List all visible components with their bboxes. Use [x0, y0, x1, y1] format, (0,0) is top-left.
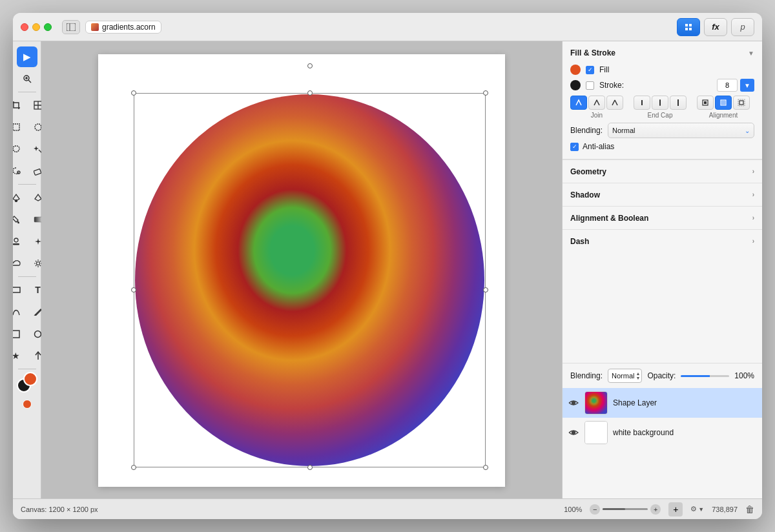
handle-rotate[interactable] — [307, 63, 313, 68]
zoom-slider[interactable] — [603, 508, 648, 510]
align-center-button[interactable] — [715, 96, 732, 110]
minimize-button[interactable] — [32, 23, 40, 31]
right-panel: Fill & Stroke ▼ Fill Stroke: — [562, 41, 762, 498]
svg-line-24 — [39, 265, 40, 266]
file-tab[interactable]: gradients.acorn — [85, 21, 161, 34]
stroke-color-dot[interactable] — [570, 80, 581, 90]
fx-button[interactable]: fx — [704, 18, 727, 36]
add-layer-button[interactable]: + — [668, 502, 683, 517]
layer-visibility-toggle-bg[interactable] — [568, 427, 579, 438]
swap-colors-button[interactable] — [13, 394, 16, 414]
geometry-title: Geometry — [570, 167, 606, 176]
rect-select-button[interactable] — [13, 117, 26, 138]
align-outside-button[interactable] — [733, 96, 750, 110]
maximize-button[interactable] — [44, 23, 52, 31]
opacity-label: Opacity: — [647, 371, 676, 380]
layer-visibility-toggle-shape[interactable] — [568, 397, 579, 409]
stroke-arrow-button[interactable]: ▼ — [740, 79, 754, 92]
p-button[interactable]: p — [731, 18, 754, 36]
zoom-in-button[interactable]: + — [650, 504, 661, 515]
square-button[interactable] — [13, 323, 26, 344]
svg-point-16 — [14, 238, 18, 242]
handle-bottom-center[interactable] — [307, 465, 313, 470]
geometry-section-header[interactable]: Geometry › — [563, 159, 762, 183]
layer-thumb-gradient-image — [585, 392, 607, 414]
blending-select[interactable]: Normal ⌄ — [608, 123, 754, 138]
sidebar-toggle-button[interactable] — [62, 20, 80, 34]
handle-middle-right[interactable] — [483, 287, 488, 292]
main-content: ▶ — [13, 41, 762, 498]
fill-checkbox[interactable] — [586, 66, 594, 74]
alignment-boolean-header[interactable]: Alignment & Boolean › — [563, 206, 762, 229]
handle-bottom-right[interactable] — [483, 465, 488, 470]
handle-top-center[interactable] — [307, 90, 313, 96]
antialias-checkbox[interactable] — [570, 143, 579, 151]
endcap-round-button[interactable] — [652, 96, 668, 110]
stroke-checkbox[interactable] — [586, 81, 594, 90]
lasso-tool-button[interactable] — [13, 139, 26, 159]
endcap-square-button[interactable] — [670, 96, 687, 110]
file-icon — [91, 23, 99, 31]
alignment-buttons — [697, 96, 750, 110]
fill-stroke-chevron: ▼ — [748, 50, 754, 57]
fill-stroke-header[interactable]: Fill & Stroke ▼ — [563, 41, 762, 65]
delete-layer-button[interactable]: 🗑 — [745, 504, 754, 515]
endcap-label: End Cap — [634, 112, 687, 119]
bottom-blending-select[interactable]: Normal ▲▼ — [608, 369, 642, 383]
endcap-butt-button[interactable] — [634, 96, 650, 110]
tool-divider-2 — [18, 184, 36, 185]
join-bevel-button[interactable] — [606, 96, 623, 110]
svg-point-14 — [15, 200, 17, 202]
svg-rect-13 — [34, 169, 41, 176]
fill-color-dot[interactable] — [570, 65, 581, 75]
handle-top-left[interactable] — [131, 90, 136, 96]
pen-point-button[interactable] — [13, 187, 26, 208]
app-window: gradients.acorn fx p ▶ — [13, 13, 762, 519]
align-inside-button[interactable] — [697, 96, 714, 110]
magic-lasso-button[interactable] — [13, 161, 26, 181]
fill-stroke-section: Fill & Stroke ▼ Fill Stroke: — [563, 41, 762, 159]
join-miter-button[interactable] — [570, 96, 587, 110]
layer-item-bg[interactable]: white background — [563, 418, 762, 447]
endcap-group: End Cap — [634, 96, 687, 119]
cloud-button[interactable] — [13, 253, 26, 274]
svg-point-45 — [572, 431, 575, 435]
zoom-out-button[interactable]: − — [590, 504, 600, 515]
gear-menu-button[interactable]: ⚙ ▼ — [690, 505, 704, 513]
gradient-circle[interactable] — [135, 94, 484, 466]
blending-value: Normal — [612, 127, 635, 134]
stroke-value-input[interactable] — [717, 79, 738, 92]
alignment-boolean-chevron-icon: › — [752, 214, 754, 221]
blending-label: Blending: — [570, 126, 603, 135]
tools-panel-button[interactable] — [677, 18, 700, 36]
bottom-blending-value: Normal — [612, 372, 634, 380]
fill-row: Fill — [570, 65, 754, 75]
select-tool-button[interactable]: ▶ — [17, 46, 37, 67]
canvas-area[interactable] — [41, 41, 562, 498]
reset-colors-button[interactable] — [17, 394, 37, 414]
join-label: Join — [570, 112, 623, 119]
rect-shape-button[interactable] — [13, 280, 26, 300]
foreground-color-swatch[interactable] — [23, 372, 37, 386]
zoom-tool-button[interactable] — [17, 68, 37, 89]
paint-bucket-button[interactable] — [13, 209, 26, 230]
svg-line-25 — [39, 261, 40, 261]
join-buttons — [570, 96, 623, 110]
color-swatches[interactable] — [17, 372, 37, 393]
bezier-button[interactable] — [13, 302, 26, 322]
handle-middle-left[interactable] — [131, 287, 136, 292]
handle-top-right[interactable] — [483, 90, 488, 96]
close-button[interactable] — [21, 23, 28, 31]
star-button[interactable]: ★ — [13, 345, 26, 366]
stamp-button[interactable] — [13, 231, 26, 252]
layer-item-shape[interactable]: Shape Layer — [563, 388, 762, 418]
dash-section-header[interactable]: Dash › — [563, 229, 762, 252]
svg-rect-39 — [704, 101, 707, 104]
opacity-slider[interactable] — [681, 375, 729, 377]
shadow-section-header[interactable]: Shadow › — [563, 183, 762, 206]
svg-rect-17 — [13, 243, 19, 245]
handle-bottom-left[interactable] — [131, 465, 136, 470]
canvas[interactable] — [98, 54, 505, 487]
crop-tool-button[interactable] — [13, 95, 26, 116]
join-round-button[interactable] — [588, 96, 605, 110]
